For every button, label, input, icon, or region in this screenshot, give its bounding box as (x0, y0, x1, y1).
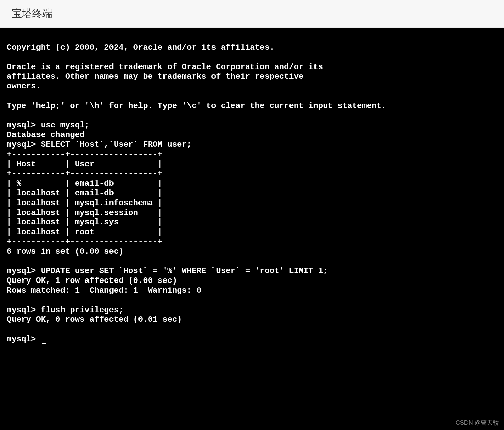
prompt: mysql> (7, 140, 41, 149)
prompt: mysql> (7, 120, 41, 130)
table-row: | % | email-db | (7, 179, 162, 188)
cursor-icon (42, 335, 46, 344)
output-rows-matched: Rows matched: 1 Changed: 1 Warnings: 0 (7, 286, 201, 295)
table-border: +-----------+------------------+ (7, 169, 162, 178)
terminal-header: 宝塔终端 (0, 0, 504, 28)
command-update: UPDATE user SET `Host` = '%' WHERE `User… (41, 266, 328, 275)
intro-trademark: Oracle is a registered trademark of Orac… (7, 62, 323, 91)
table-border: +-----------+------------------+ (7, 237, 162, 246)
command-select: SELECT `Host`,`User` FROM user; (41, 140, 192, 149)
rows-summary: 6 rows in set (0.00 sec) (7, 247, 124, 256)
intro-help: Type 'help;' or '\h' for help. Type '\c'… (7, 101, 386, 110)
table-header: | Host | User | (7, 160, 162, 169)
terminal-body[interactable]: Copyright (c) 2000, 2024, Oracle and/or … (0, 28, 504, 430)
output-query-ok: Query OK, 1 row affected (0.00 sec) (7, 276, 177, 285)
prompt: mysql> (7, 334, 41, 344)
table-border: +-----------+------------------+ (7, 150, 162, 159)
intro-copyright: Copyright (c) 2000, 2024, Oracle and/or … (7, 43, 274, 52)
table-row: | localhost | mysql.session | (7, 208, 162, 217)
table-row: | localhost | email-db | (7, 189, 162, 198)
terminal-title: 宝塔终端 (12, 7, 492, 21)
command-flush: flush privileges; (41, 305, 124, 315)
table-row: | localhost | mysql.sys | (7, 218, 162, 227)
command-use: use mysql; (41, 120, 90, 130)
output-database-changed: Database changed (7, 130, 84, 139)
output-query-ok: Query OK, 0 rows affected (0.01 sec) (7, 315, 182, 324)
prompt: mysql> (7, 266, 41, 275)
table-row: | localhost | root | (7, 227, 162, 237)
watermark: CSDN @曹天骄 (456, 419, 499, 427)
table-row: | localhost | mysql.infoschema | (7, 198, 162, 208)
prompt: mysql> (7, 305, 41, 315)
